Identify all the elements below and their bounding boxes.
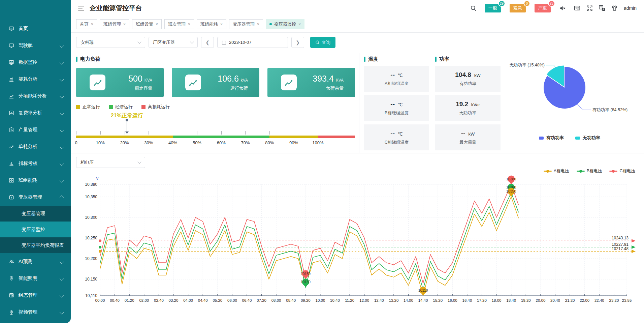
gauge-tick-labels: 010%20%30%40%50%60%70%80%90%100% (76, 140, 355, 147)
tab-3[interactable]: 班次管理× (164, 19, 194, 29)
query-button[interactable]: 查询 (310, 37, 335, 48)
sidebar-item-9[interactable]: 班组能耗 (0, 172, 71, 189)
svg-text:09:20: 09:20 (301, 298, 311, 302)
sidebar-item-label: 组态管理 (19, 292, 37, 298)
power-section: 功率 104.8kW有功功率19.2kVar无功功率--kW最大需量 (435, 53, 501, 153)
tab-label: 班组管理 (103, 21, 121, 27)
app-root: 首页驾驶舱数据监控能耗分析分项能耗分析复费率分析产量管理单耗分析指标考核班组能耗… (0, 0, 644, 323)
sidebar-item-2[interactable]: 数据监控 (0, 54, 71, 71)
tab-4[interactable]: 班组能耗× (197, 19, 226, 29)
sidebar-item-11[interactable]: AI预测 (0, 253, 71, 270)
building-select[interactable]: 安科瑞 (76, 37, 145, 48)
tab-close-icon[interactable]: × (257, 22, 259, 27)
chevron-down-icon (60, 111, 64, 115)
svg-text:23:20: 23:20 (609, 298, 619, 302)
alarm-badge-critical-count: 23 (548, 0, 555, 7)
sidebar-item-label: 产量管理 (19, 127, 37, 133)
line-trend-icon (9, 93, 14, 99)
chevron-down-icon (60, 43, 64, 48)
prev-day-button[interactable]: ❮ (201, 37, 214, 48)
sidebar-item-13[interactable]: 组态管理 (0, 287, 71, 304)
pie-legend-reactive[interactable]: 无功功率 (575, 135, 600, 141)
search-icon[interactable] (470, 5, 477, 11)
power-card-0: 104.8kW有功功率 (435, 66, 501, 92)
big-screen-icon[interactable] (574, 5, 580, 11)
svg-text:14:00: 14:00 (404, 298, 413, 302)
sidebar-item-10[interactable]: 变压器管理 (0, 189, 71, 206)
tab-close-icon[interactable]: × (298, 22, 301, 27)
voltage-type-select[interactable]: 相电压 (76, 157, 145, 168)
gauge-bar (76, 136, 355, 138)
chevron-down-icon (137, 40, 141, 43)
tab-close-icon[interactable]: × (188, 22, 190, 27)
sidebar-item-12[interactable]: 智能照明 (0, 270, 71, 287)
sidebar: 首页驾驶舱数据监控能耗分析分项能耗分析复费率分析产量管理单耗分析指标考核班组能耗… (0, 0, 71, 323)
sidebar-subitem-2[interactable]: 变压器平均负荷报表 (0, 237, 71, 253)
temperature-card-2: --℃C相绕组温度 (364, 124, 429, 150)
svg-text:14:40: 14:40 (418, 298, 428, 302)
sidebar-item-4[interactable]: 分项能耗分析 (0, 88, 71, 105)
power-load-card-2: 393.4KVA负荷余量 (267, 68, 355, 97)
svg-text:10380: 10380 (506, 177, 516, 181)
chevron-down-icon (60, 145, 64, 149)
sidebar-item-3[interactable]: 能耗分析 (0, 71, 71, 88)
tab-1[interactable]: 班组管理× (100, 19, 129, 29)
sidebar-item-6[interactable]: 产量管理 (0, 121, 71, 138)
power-load-card-0: 500KVA额定容量 (76, 68, 164, 97)
mute-icon[interactable] (559, 5, 566, 11)
sidebar-item-8[interactable]: 指标考核 (0, 155, 71, 172)
alarm-badge-general[interactable]: 一般 29 (485, 4, 501, 12)
next-day-button[interactable]: ❯ (291, 37, 304, 48)
date-picker[interactable]: 2023-10-07 (217, 37, 288, 48)
zigzag-icon (9, 144, 14, 149)
alarm-badge-critical[interactable]: 严重 23 (535, 4, 551, 12)
sidebar-item-5[interactable]: 复费率分析 (0, 105, 71, 121)
tab-close-icon[interactable]: × (91, 22, 93, 27)
calendar-icon (222, 40, 226, 45)
sidebar-item-label: 班组能耗 (19, 177, 37, 183)
legend-swatch (76, 105, 80, 109)
theme-shirt-icon[interactable] (611, 5, 618, 11)
language-icon[interactable] (599, 5, 605, 11)
sidebar-item-14[interactable]: 视频管理 (0, 304, 71, 321)
svg-text:10243.13: 10243.13 (612, 236, 629, 240)
grid-icon (9, 178, 14, 183)
fullscreen-icon[interactable] (586, 5, 593, 11)
sidebar-item-1[interactable]: 驾驶舱 (0, 37, 71, 54)
tab-label: 班次管理 (168, 21, 186, 27)
sidebar-item-7[interactable]: 单耗分析 (0, 138, 71, 155)
svg-text:13:20: 13:20 (389, 298, 399, 302)
collapse-menu-icon[interactable] (78, 6, 84, 10)
tab-close-icon[interactable]: × (123, 22, 126, 27)
gauge-label-60%: 60% (217, 140, 226, 145)
tab-2[interactable]: 班组设置× (132, 19, 162, 29)
sidebar-submenu: 变压器管理变压器监控变压器平均负荷报表 (0, 206, 71, 253)
filter-bar: 安科瑞 厂区变压器 ❮ 2023-10-07 ❯ 查询 (71, 33, 644, 51)
legend-line-icon (609, 171, 617, 172)
svg-text:10,300: 10,300 (85, 215, 97, 220)
tab-5[interactable]: 变压器管理× (229, 19, 263, 29)
gauge-ticks (76, 131, 355, 135)
tab-close-icon[interactable]: × (220, 22, 223, 27)
svg-text:10,250: 10,250 (85, 236, 97, 240)
power-cards: 104.8kW有功功率19.2kVar无功功率--kW最大需量 (435, 66, 501, 150)
alarm-badge-urgent[interactable]: 紧急 0 (510, 4, 526, 12)
svg-text:00:00: 00:00 (95, 298, 105, 302)
sidebar-subitem-1[interactable]: 变压器监控 (0, 222, 71, 237)
tab-close-icon[interactable]: × (156, 22, 158, 27)
alarm-badge-urgent-label: 紧急 (513, 5, 522, 10)
user-name[interactable]: admin (624, 5, 637, 11)
power-card-1: 19.2kVar无功功率 (435, 95, 501, 121)
tab-0[interactable]: 首页× (76, 19, 97, 29)
power-load-section: 电力负荷 500KVA额定容量106.6kVA运行负荷393.4KVA负荷余量 … (76, 53, 355, 153)
gauge-label-40%: 40% (168, 140, 177, 145)
sidebar-item-label: 智能照明 (19, 275, 37, 282)
sidebar-item-0[interactable]: 首页 (0, 20, 71, 37)
sidebar-subitem-0[interactable]: 变压器管理 (0, 206, 71, 222)
svg-text:V: V (96, 176, 99, 181)
dashboard-icon (9, 43, 14, 48)
svg-text:02:40: 02:40 (154, 298, 164, 302)
transformer-select[interactable]: 厂区变压器 (149, 37, 198, 48)
tab-6[interactable]: 变压器监控× (266, 19, 304, 29)
pie-legend-active[interactable]: 有功功率 (539, 135, 564, 141)
